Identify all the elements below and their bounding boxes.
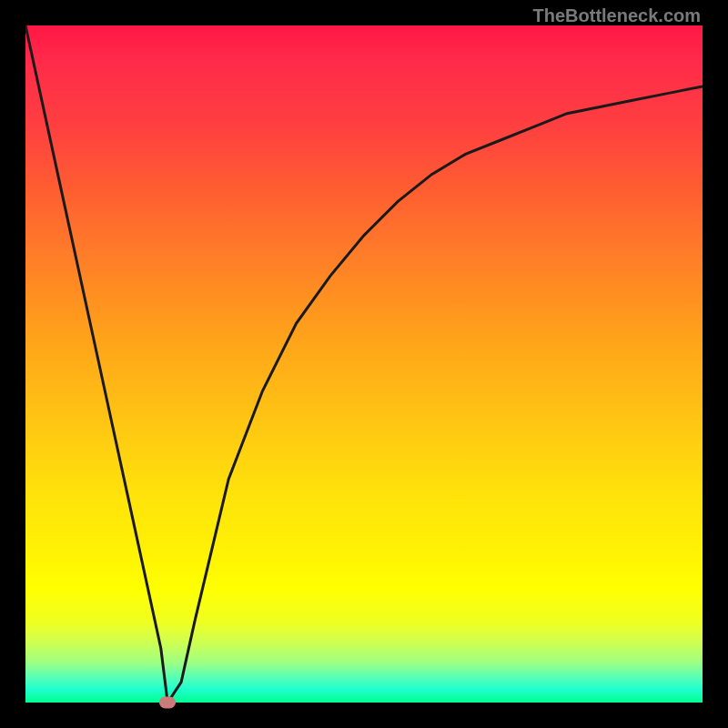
- watermark-text: TheBottleneck.com: [533, 5, 701, 26]
- curve-svg: [25, 25, 703, 703]
- plot-area: [25, 25, 703, 703]
- chart-container: TheBottleneck.com: [0, 0, 728, 728]
- bottleneck-curve: [25, 25, 703, 703]
- optimal-marker: [159, 697, 176, 709]
